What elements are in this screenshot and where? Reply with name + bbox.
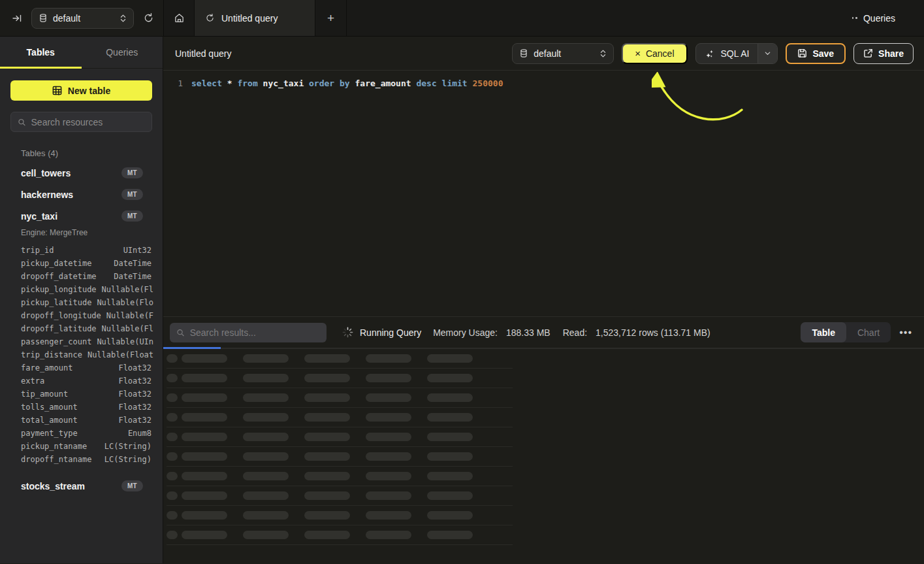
new-tab-button[interactable]: + [315, 0, 347, 36]
queries-shortcut[interactable]: Queries [852, 0, 924, 36]
column-row: tolls_amountFloat32 [0, 401, 163, 414]
results-panel: Running Query Memory Usage: 188.33 MB Re… [163, 316, 924, 563]
skeleton-cell [243, 413, 289, 422]
sidebar-search-input[interactable] [31, 117, 145, 127]
skeleton-cell [182, 374, 227, 382]
skeleton-cell [182, 354, 227, 363]
skeleton-cell [304, 354, 350, 363]
skeleton-cell [366, 433, 411, 441]
query-database-selector[interactable]: default [512, 43, 614, 64]
view-tab-chart[interactable]: Chart [846, 322, 891, 342]
skeleton-cell [182, 433, 227, 441]
table-name: hackernews [21, 190, 73, 200]
skeleton-cell [304, 413, 350, 422]
column-name: tip_amount [21, 390, 68, 399]
skeleton-cell [167, 452, 178, 461]
sparkles-icon [705, 48, 715, 59]
database-selector[interactable]: default [31, 8, 134, 29]
refresh-icon[interactable] [143, 12, 154, 24]
column-row: extraFloat32 [0, 374, 163, 388]
skeleton-cell [243, 472, 289, 480]
skeleton-cell [427, 531, 473, 539]
column-row: tip_amountFloat32 [0, 388, 163, 401]
table-name: nyc_taxi [21, 211, 57, 222]
skeleton-row [167, 388, 513, 408]
column-type: DateTime [114, 272, 151, 281]
dots-icon [852, 17, 857, 19]
skeleton-cell [167, 531, 178, 539]
column-type: Float32 [118, 416, 151, 425]
skeleton-cell [366, 452, 411, 461]
sidebar-tab-tables[interactable]: Tables [0, 37, 82, 68]
topbar-left: default [0, 0, 163, 36]
loading-spinner-icon [342, 327, 353, 338]
collapse-sidebar-icon[interactable] [12, 13, 22, 24]
skeleton-cell [182, 511, 227, 520]
view-tab-table[interactable]: Table [801, 322, 846, 342]
column-row: pickup_latitudeNullable(Flo [0, 296, 163, 309]
tables-list: cell_towersMThackernewsMTnyc_taxiMTEngin… [0, 162, 163, 497]
table-row[interactable]: cell_towersMT [0, 162, 163, 184]
skeleton-cell [366, 511, 411, 520]
sql-ai-dropdown[interactable] [757, 44, 777, 63]
skeleton-cell [182, 472, 227, 480]
skeleton-cell [304, 374, 350, 382]
skeleton-cell [366, 393, 411, 402]
table-row[interactable]: nyc_taxiMT [0, 205, 163, 227]
sql-code-line: select * from nyc_taxi order by fare_amo… [191, 77, 503, 90]
column-name: extra [21, 376, 44, 386]
topbar: default Untitled query + Queries [0, 0, 924, 37]
sidebar-tab-queries[interactable]: Queries [82, 37, 163, 68]
share-button[interactable]: Share [853, 43, 914, 64]
column-row: dropoff_latitudeNullable(Fl [0, 322, 163, 335]
skeleton-cell [243, 393, 289, 402]
sidebar-tabs: Tables Queries [0, 37, 163, 69]
cancel-label: Cancel [646, 48, 675, 59]
skeleton-cell [427, 452, 473, 461]
skeleton-cell [304, 491, 350, 500]
column-name: trip_distance [21, 350, 82, 359]
sql-ai-button[interactable]: SQL AI [695, 43, 778, 64]
chevron-updown-icon [119, 14, 127, 23]
cancel-button[interactable]: × Cancel [622, 43, 687, 64]
sql-editor[interactable]: 1 select * from nyc_taxi order by fare_a… [163, 71, 924, 316]
skeleton-row [167, 506, 513, 525]
skeleton-cell [427, 433, 473, 441]
skeleton-cell [304, 433, 350, 441]
skeleton-cell [182, 393, 227, 402]
skeleton-cell [167, 413, 178, 422]
skeleton-cell [167, 433, 178, 441]
columns-list: trip_idUInt32pickup_datetimeDateTimedrop… [0, 240, 163, 475]
skeleton-cell [366, 413, 411, 422]
query-actions: default × Cancel SQL AI [512, 43, 914, 64]
new-table-label: New table [68, 86, 110, 96]
database-icon [39, 13, 48, 23]
sidebar-search[interactable] [10, 112, 152, 132]
database-selector-value: default [53, 13, 114, 24]
column-name: tolls_amount [21, 403, 78, 412]
skeleton-cell [427, 491, 473, 500]
tables-count-label: Tables (4) [21, 148, 163, 158]
query-progress-bar [163, 347, 221, 349]
tab-untitled-query[interactable]: Untitled query [195, 0, 315, 36]
table-row[interactable]: hackernewsMT [0, 184, 163, 205]
share-icon [863, 48, 873, 58]
home-button[interactable] [164, 0, 195, 36]
view-toggle: Table Chart [801, 322, 891, 342]
database-icon [519, 48, 528, 58]
engine-badge: MT [121, 210, 143, 222]
results-search[interactable] [170, 323, 327, 342]
sql-token: from [237, 78, 257, 88]
more-options-button[interactable]: ••• [899, 327, 912, 339]
search-icon [176, 328, 185, 337]
skeleton-cell [167, 374, 178, 382]
skeleton-cell [304, 531, 350, 539]
table-row[interactable]: stocks_streamMT [0, 475, 163, 497]
skeleton-cell [182, 452, 227, 461]
save-button[interactable]: Save [786, 43, 846, 64]
results-search-input[interactable] [190, 327, 320, 338]
skeleton-cell [427, 354, 473, 363]
new-table-button[interactable]: New table [10, 80, 152, 101]
close-icon: × [635, 48, 641, 59]
read-label: Read: [563, 327, 587, 338]
